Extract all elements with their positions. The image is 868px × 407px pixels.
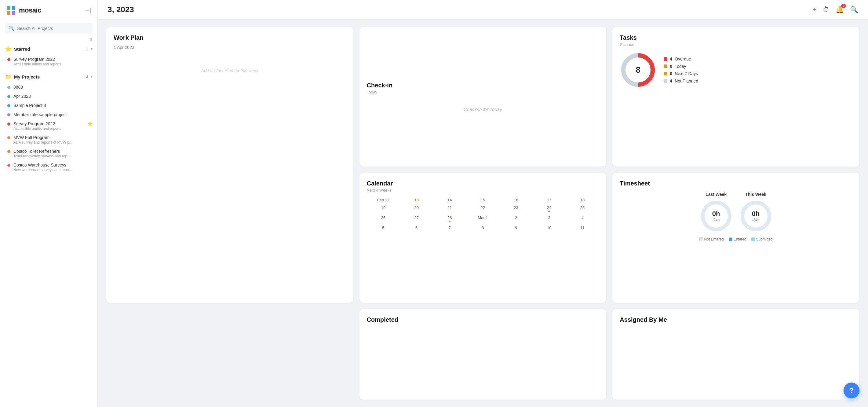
list-item[interactable]: Sample Project 3 bbox=[0, 101, 97, 110]
calendar-day-cell[interactable]: 14 bbox=[433, 196, 466, 204]
cal-day-label: 23 bbox=[514, 205, 518, 210]
starred-count: 1 bbox=[86, 47, 88, 51]
list-item[interactable]: Costco Toilet Refreshers Toilet renovati… bbox=[0, 147, 97, 161]
svg-rect-1 bbox=[11, 6, 15, 10]
workplan-date: 1 Apr 2023 bbox=[114, 45, 346, 50]
list-item[interactable]: Survey Program 2022 Accessible audits an… bbox=[0, 55, 97, 68]
tasks-total: 8 bbox=[636, 65, 641, 75]
assigned-by-me-card: Assigned By Me bbox=[612, 309, 860, 400]
calendar-day-cell[interactable]: 3 bbox=[533, 214, 566, 224]
calendar-day-cell[interactable]: 28 bbox=[433, 214, 466, 224]
list-item[interactable]: Costco Warehouse Surveys New warehouse s… bbox=[0, 161, 97, 174]
clock-icon[interactable]: ⏱ bbox=[823, 6, 830, 14]
timesheet-legend-swatch bbox=[751, 237, 755, 241]
calendar-day-cell[interactable]: 8 bbox=[466, 224, 500, 232]
starred-section-header[interactable]: ⭐ Starred 1 ▾ bbox=[0, 43, 97, 55]
workplan-empty-label[interactable]: Add a Work Plan for this week bbox=[114, 68, 346, 73]
project-name: Apr 2023 bbox=[13, 94, 93, 99]
sidebar: mosaic ←| 🔍 ⇅ ⭐ Starred 1 ▾ Survey Progr… bbox=[0, 0, 98, 407]
calendar-day-cell[interactable]: 7 bbox=[433, 224, 466, 232]
calendar-week-row: Feb 12131415161718 bbox=[367, 196, 599, 204]
this-week-sub: /34h bbox=[752, 218, 760, 222]
svg-rect-2 bbox=[7, 11, 10, 14]
project-name: Survey Program 2022 bbox=[13, 121, 84, 126]
calendar-day-cell[interactable]: 6 bbox=[400, 224, 433, 232]
sort-icon[interactable]: ⇅ bbox=[89, 37, 93, 42]
list-item[interactable]: Survey Program 2022 Accessible audits an… bbox=[0, 119, 97, 133]
list-item[interactable]: MVW Full Program ADA survey and reports … bbox=[0, 133, 97, 147]
tasks-title: Tasks bbox=[620, 34, 852, 41]
calendar-day-cell[interactable]: 26 bbox=[367, 214, 400, 224]
timesheet-legend-label: Entered bbox=[734, 237, 746, 241]
calendar-day-cell[interactable]: 24 bbox=[533, 204, 566, 214]
search-box[interactable]: 🔍 bbox=[5, 23, 93, 34]
legend-count: 4 bbox=[670, 79, 672, 83]
calendar-day-cell[interactable]: 18 bbox=[566, 196, 599, 204]
cal-day-label: 15 bbox=[481, 198, 485, 202]
cal-day-label: 20 bbox=[414, 205, 418, 210]
calendar-day-cell[interactable]: 9 bbox=[499, 224, 533, 232]
calendar-day-cell[interactable]: Feb 12 bbox=[367, 196, 400, 204]
starred-projects-list: Survey Program 2022 Accessible audits an… bbox=[0, 55, 97, 68]
timesheet-last-week: Last Week 0h /34h bbox=[700, 192, 733, 233]
tasks-card: Tasks Planned 8 4 Overdue bbox=[612, 27, 860, 167]
project-dot bbox=[7, 95, 10, 98]
my-projects-section-header[interactable]: 📁 My Projects 14 ▾ bbox=[0, 71, 97, 83]
calendar-day-cell[interactable]: 15 bbox=[466, 196, 500, 204]
tasks-donut-chart: 8 bbox=[620, 52, 656, 88]
cal-day-label: 24 bbox=[547, 205, 551, 210]
timesheet-title: Timesheet bbox=[620, 180, 852, 187]
cal-day-label: Mar 1 bbox=[478, 215, 488, 220]
project-dot bbox=[7, 104, 10, 107]
calendar-title: Calendar bbox=[367, 180, 599, 187]
calendar-day-cell[interactable]: 5 bbox=[367, 224, 400, 232]
calendar-day-cell[interactable]: 20 bbox=[400, 204, 433, 214]
calendar-day-cell[interactable]: 19 bbox=[367, 204, 400, 214]
project-name: Member rate sample project bbox=[13, 112, 93, 117]
calendar-day-cell[interactable]: 23 bbox=[499, 204, 533, 214]
project-dot bbox=[7, 86, 10, 89]
list-item[interactable]: 8888 bbox=[0, 83, 97, 92]
calendar-day-cell[interactable]: 22 bbox=[466, 204, 500, 214]
checkin-card: Check-in Today Check-in for Today bbox=[360, 27, 607, 167]
help-fab-button[interactable]: ? bbox=[843, 383, 860, 399]
project-dot bbox=[7, 136, 10, 139]
search-input[interactable] bbox=[17, 26, 89, 31]
project-name: Costco Warehouse Surveys bbox=[13, 163, 93, 168]
calendar-day-cell[interactable]: Mar 1 bbox=[466, 214, 500, 224]
calendar-day-cell[interactable]: 2 bbox=[499, 214, 533, 224]
timesheet-legend-item: Submitted bbox=[751, 237, 773, 241]
last-week-sub: /34h bbox=[712, 218, 720, 222]
checkin-empty-label[interactable]: Check-in for Today bbox=[464, 107, 502, 112]
list-item[interactable]: Member rate sample project bbox=[0, 110, 97, 119]
cal-day-label: 22 bbox=[481, 205, 485, 210]
timesheet-legend-label: Submitted bbox=[756, 237, 773, 241]
list-item[interactable]: Apr 2023 bbox=[0, 92, 97, 101]
tasks-donut-wrap: 8 4 Overdue 0 Today 0 Next 7 Days 4 Not … bbox=[620, 52, 852, 88]
calendar-day-cell[interactable]: 25 bbox=[566, 204, 599, 214]
sidebar-collapse-button[interactable]: ←| bbox=[84, 7, 91, 14]
calendar-day-cell[interactable]: 27 bbox=[400, 214, 433, 224]
this-week-label: This Week bbox=[739, 192, 773, 197]
calendar-event-dot bbox=[449, 221, 451, 223]
legend-label: Not Planned bbox=[675, 79, 698, 83]
cal-day-label: 5 bbox=[382, 226, 384, 230]
folder-icon: 📁 bbox=[5, 73, 11, 80]
cal-day-label: 14 bbox=[447, 198, 452, 202]
calendar-day-cell[interactable]: 17 bbox=[533, 196, 566, 204]
add-button[interactable]: + bbox=[813, 6, 817, 14]
search-icon-top[interactable]: 🔍 bbox=[850, 6, 858, 14]
calendar-day-cell[interactable]: 11 bbox=[566, 224, 599, 232]
project-dot bbox=[7, 122, 10, 125]
timesheet-card: Timesheet Last Week 0h /34h bbox=[612, 173, 860, 303]
cal-day-label: Feb 12 bbox=[377, 198, 390, 202]
project-dot bbox=[7, 150, 10, 153]
calendar-day-cell[interactable]: 21 bbox=[433, 204, 466, 214]
calendar-day-cell[interactable]: 16 bbox=[499, 196, 533, 204]
calendar-day-cell[interactable]: 13 bbox=[400, 196, 433, 204]
notifications-button[interactable]: 🔔 2 bbox=[836, 6, 844, 14]
cal-day-label: 2 bbox=[515, 215, 517, 220]
calendar-day-cell[interactable]: 10 bbox=[533, 224, 566, 232]
calendar-day-cell[interactable]: 4 bbox=[566, 214, 599, 224]
cal-day-label: 25 bbox=[580, 205, 585, 210]
